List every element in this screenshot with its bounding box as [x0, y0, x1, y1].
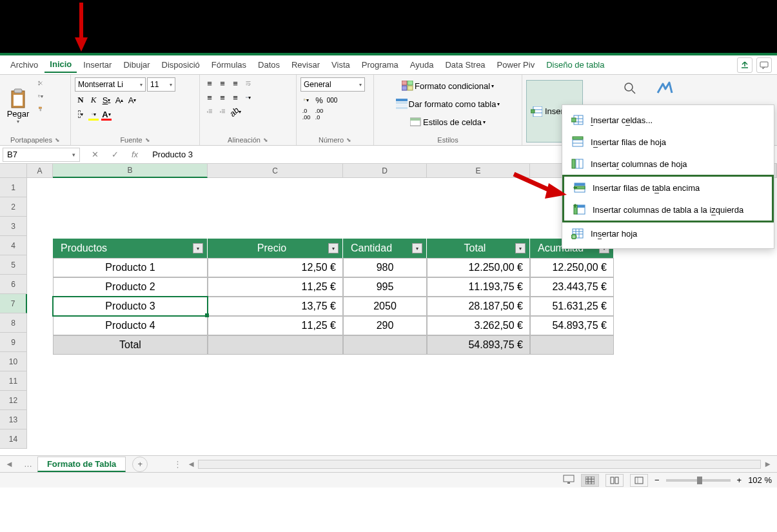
table-cell[interactable]: 2050	[343, 297, 427, 316]
table-cell[interactable]: 11.193,75 €	[427, 277, 530, 297]
filter-icon[interactable]: ▾	[328, 243, 339, 253]
italic-button[interactable]: K	[88, 94, 99, 106]
table-cell[interactable]: 12.250,00 €	[427, 258, 530, 277]
total-label[interactable]: Total	[53, 335, 208, 355]
zoom-in-button[interactable]: +	[737, 475, 742, 485]
add-sheet-button[interactable]: +	[132, 457, 148, 472]
tab-datos[interactable]: Datos	[253, 57, 285, 72]
tab-archivo[interactable]: Archivo	[5, 57, 43, 72]
borders-button[interactable]: ▾	[75, 108, 86, 120]
font-size-combo[interactable]: 11▾	[147, 77, 175, 92]
cut-button[interactable]	[35, 77, 46, 89]
underline-button[interactable]: S▾	[101, 94, 112, 106]
row-header-9[interactable]: 9	[0, 333, 27, 352]
table-cell[interactable]: 51.631,25 €	[530, 297, 614, 316]
align-center-button[interactable]: ≡	[217, 92, 228, 103]
row-header-3[interactable]: 3	[0, 217, 27, 236]
table-cell[interactable]: 3.262,50 €	[427, 316, 530, 335]
row-header-7[interactable]: 7	[0, 294, 27, 313]
zoom-out-button[interactable]: −	[654, 475, 660, 485]
table-cell[interactable]: Producto 1	[53, 258, 208, 277]
tab-ayuda[interactable]: Ayuda	[405, 57, 439, 72]
launcher-icon[interactable]: ⬊	[145, 137, 150, 143]
display-settings-icon[interactable]	[563, 475, 575, 486]
comments-icon[interactable]	[756, 57, 772, 73]
cell-styles-button[interactable]: Estilos de celda▾	[378, 115, 518, 129]
align-bottom-button[interactable]: ≡	[230, 77, 241, 89]
font-name-combo[interactable]: Montserrat Li▾	[75, 77, 146, 92]
table-cell[interactable]: 23.443,75 €	[530, 277, 614, 297]
row-header-6[interactable]: 6	[0, 275, 27, 294]
table-cell[interactable]: 13,75 €	[208, 297, 343, 316]
merge-button[interactable]: ▾	[242, 92, 254, 103]
paste-button[interactable]: Pegar ▾	[4, 77, 32, 135]
table-cell[interactable]: Producto 2	[53, 277, 208, 297]
view-page-break-button[interactable]	[630, 474, 648, 487]
table-cell[interactable]: 11,25 €	[208, 316, 343, 335]
row-header-2[interactable]: 2	[0, 197, 27, 217]
tab-inicio[interactable]: Inicio	[44, 57, 77, 73]
row-header-1[interactable]: 1	[0, 178, 27, 197]
table-cell[interactable]: Producto 4	[53, 316, 208, 335]
total-value[interactable]: 54.893,75 €	[427, 335, 530, 355]
launcher-icon[interactable]: ⬊	[263, 137, 268, 143]
tab-diseno-tabla[interactable]: Diseño de tabla	[541, 57, 609, 72]
table-cell[interactable]: 54.893,75 €	[530, 316, 614, 335]
format-painter-button[interactable]	[35, 103, 46, 115]
decrease-indent-button[interactable]	[204, 106, 215, 117]
increase-decimal-button[interactable]: .0.00	[300, 108, 312, 120]
menu-insertar-columnas-tabla[interactable]: Insertar columnas de tabla a la izquierd…	[564, 199, 772, 221]
zoom-slider[interactable]	[666, 479, 731, 482]
scroll-left-icon[interactable]: ◄	[187, 459, 195, 469]
launcher-icon[interactable]: ⬊	[55, 137, 60, 143]
col-header-C[interactable]: C	[208, 164, 343, 178]
fill-color-button[interactable]: ▾	[88, 108, 99, 120]
col-header-D[interactable]: D	[343, 164, 427, 178]
sheet-nav-prev[interactable]: ◄	[0, 459, 19, 469]
view-normal-button[interactable]	[581, 474, 599, 487]
thousands-button[interactable]: 000	[326, 94, 338, 106]
filter-icon[interactable]: ▾	[193, 243, 203, 253]
align-top-button[interactable]: ≡	[204, 77, 215, 89]
sheet-nav-more[interactable]: …	[19, 459, 37, 469]
tab-disposicion[interactable]: Disposició	[157, 57, 205, 72]
tab-vista[interactable]: Vista	[326, 57, 355, 72]
filter-icon[interactable]: ▾	[515, 243, 526, 253]
sheet-tab-active[interactable]: Formato de Tabla	[37, 457, 126, 472]
table-header-cantidad[interactable]: Cantidad▾	[343, 239, 427, 258]
accept-formula-icon[interactable]: ✓	[108, 150, 123, 159]
menu-insertar-filas-hoja[interactable]: Insertar filas de hoja	[562, 131, 774, 153]
decrease-decimal-button[interactable]: .00.0	[313, 108, 325, 120]
name-box[interactable]: B7▾	[3, 148, 80, 162]
fx-icon[interactable]: fx	[128, 150, 142, 159]
orientation-button[interactable]: ab▾	[230, 106, 241, 117]
table-header-total[interactable]: Total▾	[427, 239, 530, 258]
col-header-A[interactable]: A	[27, 164, 53, 178]
table-cell[interactable]: 995	[343, 277, 427, 297]
filter-icon[interactable]: ▾	[412, 243, 422, 253]
menu-insertar-hoja[interactable]: + Insertar hoja	[562, 222, 774, 244]
wrap-text-button[interactable]	[242, 77, 254, 89]
shrink-font-button[interactable]: A▾	[126, 94, 138, 106]
scroll-right-icon[interactable]: ►	[763, 459, 772, 469]
tab-dibujar[interactable]: Dibujar	[118, 57, 155, 72]
horizontal-scrollbar[interactable]	[198, 460, 761, 469]
table-cell[interactable]: 980	[343, 258, 427, 277]
cancel-formula-icon[interactable]: ✕	[88, 150, 103, 159]
align-left-button[interactable]: ≡	[204, 92, 215, 103]
table-cell[interactable]: 11,25 €	[208, 277, 343, 297]
menu-insertar-celdas[interactable]: Insertar celdas...	[562, 109, 774, 131]
row-header-12[interactable]: 12	[0, 391, 27, 410]
tab-insertar[interactable]: Insertar	[78, 57, 117, 72]
row-header-8[interactable]: 8	[0, 313, 27, 333]
tab-revisar[interactable]: Revisar	[286, 57, 325, 72]
table-cell[interactable]: Producto 3	[53, 297, 208, 316]
tab-powerpivot[interactable]: Power Piv	[492, 57, 540, 72]
copy-button[interactable]: ▾	[35, 90, 46, 102]
table-cell[interactable]: 290	[343, 316, 427, 335]
align-middle-button[interactable]: ≡	[217, 77, 228, 89]
percent-button[interactable]: %	[313, 94, 325, 106]
zoom-level[interactable]: 102 %	[748, 475, 772, 485]
currency-button[interactable]: $▾	[300, 94, 312, 106]
align-right-button[interactable]: ≡	[230, 92, 241, 103]
